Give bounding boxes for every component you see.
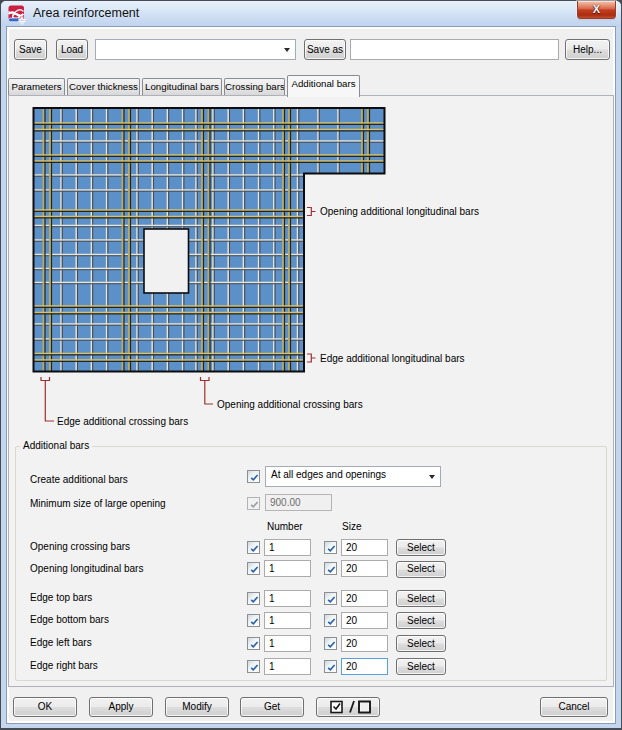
svg-text:Opening additional longitudina: Opening additional longitudinal bars — [320, 206, 479, 217]
svg-text:Edge additional crossing bars: Edge additional crossing bars — [57, 416, 188, 427]
svg-text:Edge additional longitudinal b: Edge additional longitudinal bars — [320, 353, 465, 364]
svg-text:Opening additional crossing ba: Opening additional crossing bars — [217, 399, 363, 410]
